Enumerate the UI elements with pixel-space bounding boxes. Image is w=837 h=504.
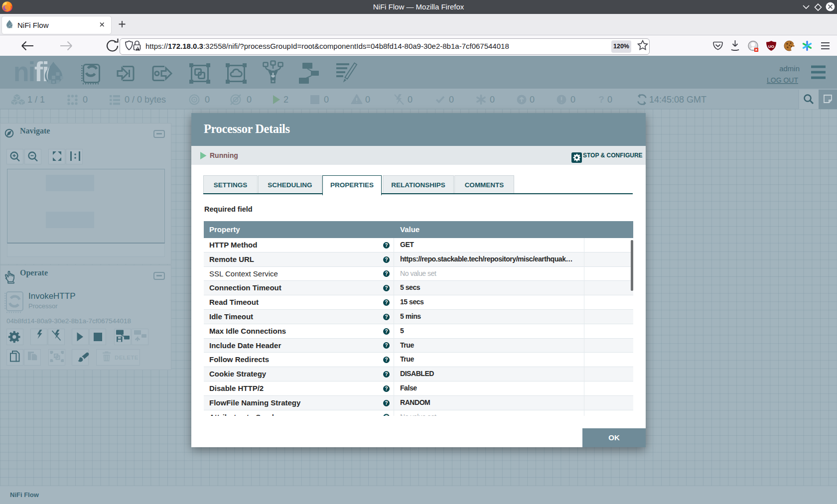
- svg-text:0: 0: [205, 95, 210, 105]
- svg-text:UO: UO: [768, 44, 774, 49]
- svg-text:0: 0: [530, 95, 535, 105]
- svg-text:0: 0: [324, 95, 329, 105]
- svg-text:0: 0: [570, 95, 575, 105]
- svg-text:?: ?: [598, 94, 604, 105]
- svg-text:0 / 0 bytes: 0 / 0 bytes: [125, 95, 166, 105]
- svg-text:0: 0: [365, 95, 370, 105]
- svg-text:1 / 1: 1 / 1: [27, 95, 45, 105]
- svg-text:0: 0: [607, 95, 612, 105]
- svg-text:2: 2: [283, 95, 288, 105]
- svg-text:0: 0: [449, 95, 454, 105]
- svg-text:0: 0: [83, 95, 88, 105]
- svg-text:14:45:08 GMT: 14:45:08 GMT: [649, 95, 706, 105]
- svg-text:LOG OUT: LOG OUT: [767, 76, 798, 84]
- svg-text:0: 0: [408, 95, 413, 105]
- svg-text:0: 0: [490, 95, 495, 105]
- svg-text:0: 0: [247, 95, 252, 105]
- svg-text:admin: admin: [779, 64, 800, 73]
